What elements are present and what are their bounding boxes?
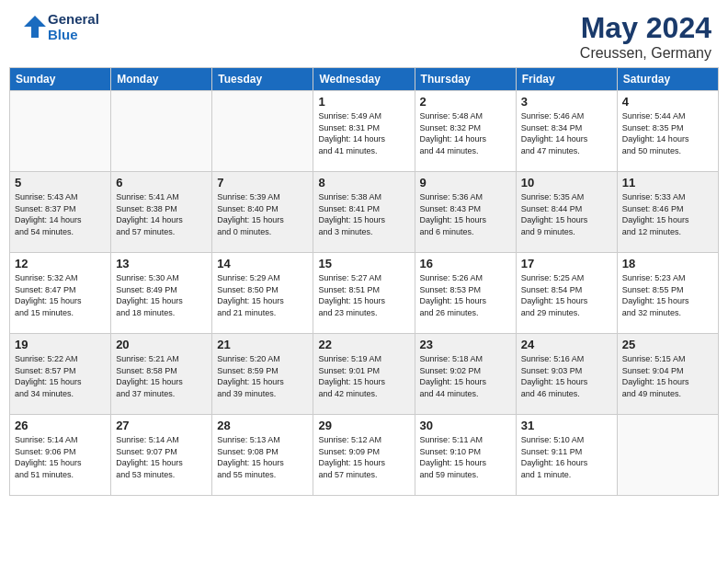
title-block: May 2024 Creussen, Germany	[580, 11, 711, 62]
calendar-cell: 14Sunrise: 5:29 AM Sunset: 8:50 PM Dayli…	[212, 253, 313, 334]
calendar-week-row: 12Sunrise: 5:32 AM Sunset: 8:47 PM Dayli…	[10, 253, 719, 334]
calendar-cell: 18Sunrise: 5:23 AM Sunset: 8:55 PM Dayli…	[617, 253, 718, 334]
day-info: Sunrise: 5:33 AM Sunset: 8:46 PM Dayligh…	[622, 191, 713, 237]
day-info: Sunrise: 5:32 AM Sunset: 8:47 PM Dayligh…	[15, 272, 106, 318]
calendar-cell: 30Sunrise: 5:11 AM Sunset: 9:10 PM Dayli…	[415, 415, 516, 496]
day-number: 15	[318, 257, 409, 270]
day-info: Sunrise: 5:35 AM Sunset: 8:44 PM Dayligh…	[521, 191, 612, 237]
day-number: 29	[318, 419, 409, 432]
day-info: Sunrise: 5:11 AM Sunset: 9:10 PM Dayligh…	[420, 434, 511, 480]
day-header-saturday: Saturday	[617, 68, 718, 91]
day-header-thursday: Thursday	[415, 68, 516, 91]
calendar-cell: 7Sunrise: 5:39 AM Sunset: 8:40 PM Daylig…	[212, 172, 313, 253]
day-header-friday: Friday	[516, 68, 617, 91]
day-number: 26	[15, 419, 106, 432]
calendar-cell: 31Sunrise: 5:10 AM Sunset: 9:11 PM Dayli…	[516, 415, 617, 496]
day-number: 20	[116, 338, 207, 351]
calendar-cell: 11Sunrise: 5:33 AM Sunset: 8:46 PM Dayli…	[617, 172, 718, 253]
day-info: Sunrise: 5:26 AM Sunset: 8:53 PM Dayligh…	[420, 272, 511, 318]
day-number: 6	[116, 176, 207, 190]
calendar-cell: 28Sunrise: 5:13 AM Sunset: 9:08 PM Dayli…	[212, 415, 313, 496]
day-number: 8	[318, 176, 409, 190]
day-number: 4	[622, 95, 713, 109]
calendar-cell	[212, 91, 313, 172]
svg-marker-0	[24, 16, 46, 38]
day-info: Sunrise: 5:21 AM Sunset: 8:58 PM Dayligh…	[116, 353, 207, 399]
day-info: Sunrise: 5:20 AM Sunset: 8:59 PM Dayligh…	[217, 353, 308, 399]
day-info: Sunrise: 5:16 AM Sunset: 9:03 PM Dayligh…	[521, 353, 612, 399]
day-number: 11	[622, 176, 713, 190]
calendar-cell: 17Sunrise: 5:25 AM Sunset: 8:54 PM Dayli…	[516, 253, 617, 334]
day-header-wednesday: Wednesday	[313, 68, 415, 91]
day-number: 22	[318, 338, 409, 351]
day-info: Sunrise: 5:39 AM Sunset: 8:40 PM Dayligh…	[217, 191, 308, 237]
day-header-monday: Monday	[111, 68, 212, 91]
calendar-cell	[617, 415, 718, 496]
calendar-cell: 21Sunrise: 5:20 AM Sunset: 8:59 PM Dayli…	[212, 334, 313, 415]
calendar-cell: 24Sunrise: 5:16 AM Sunset: 9:03 PM Dayli…	[516, 334, 617, 415]
day-info: Sunrise: 5:36 AM Sunset: 8:43 PM Dayligh…	[420, 191, 511, 237]
day-info: Sunrise: 5:12 AM Sunset: 9:09 PM Dayligh…	[318, 434, 409, 480]
day-number: 21	[217, 338, 308, 351]
calendar-cell: 8Sunrise: 5:38 AM Sunset: 8:41 PM Daylig…	[313, 172, 415, 253]
calendar-cell: 20Sunrise: 5:21 AM Sunset: 8:58 PM Dayli…	[111, 334, 212, 415]
day-number: 24	[521, 338, 612, 351]
day-number: 17	[521, 257, 612, 270]
day-number: 30	[420, 419, 511, 432]
day-info: Sunrise: 5:44 AM Sunset: 8:35 PM Dayligh…	[622, 110, 713, 156]
day-info: Sunrise: 5:25 AM Sunset: 8:54 PM Dayligh…	[521, 272, 612, 318]
calendar-cell: 29Sunrise: 5:12 AM Sunset: 9:09 PM Dayli…	[313, 415, 415, 496]
calendar-cell: 23Sunrise: 5:18 AM Sunset: 9:02 PM Dayli…	[415, 334, 516, 415]
day-info: Sunrise: 5:41 AM Sunset: 8:38 PM Dayligh…	[116, 191, 207, 237]
day-header-tuesday: Tuesday	[212, 68, 313, 91]
calendar-cell: 2Sunrise: 5:48 AM Sunset: 8:32 PM Daylig…	[415, 91, 516, 172]
calendar-title: May 2024	[580, 11, 711, 45]
day-info: Sunrise: 5:14 AM Sunset: 9:07 PM Dayligh…	[116, 434, 207, 480]
day-info: Sunrise: 5:43 AM Sunset: 8:37 PM Dayligh…	[15, 191, 106, 237]
day-number: 2	[420, 95, 511, 109]
day-number: 5	[15, 176, 106, 190]
day-number: 14	[217, 257, 308, 270]
calendar-cell: 9Sunrise: 5:36 AM Sunset: 8:43 PM Daylig…	[415, 172, 516, 253]
day-number: 31	[521, 419, 612, 432]
calendar-week-row: 19Sunrise: 5:22 AM Sunset: 8:57 PM Dayli…	[10, 334, 719, 415]
day-info: Sunrise: 5:19 AM Sunset: 9:01 PM Dayligh…	[318, 353, 409, 399]
day-number: 28	[217, 419, 308, 432]
day-number: 19	[15, 338, 106, 351]
day-info: Sunrise: 5:22 AM Sunset: 8:57 PM Dayligh…	[15, 353, 106, 399]
day-info: Sunrise: 5:18 AM Sunset: 9:02 PM Dayligh…	[420, 353, 511, 399]
calendar-cell: 1Sunrise: 5:49 AM Sunset: 8:31 PM Daylig…	[313, 91, 415, 172]
calendar-cell: 4Sunrise: 5:44 AM Sunset: 8:35 PM Daylig…	[617, 91, 718, 172]
calendar-cell: 3Sunrise: 5:46 AM Sunset: 8:34 PM Daylig…	[516, 91, 617, 172]
logo-bird-icon	[17, 12, 46, 41]
calendar-week-row: 26Sunrise: 5:14 AM Sunset: 9:06 PM Dayli…	[10, 415, 719, 496]
day-info: Sunrise: 5:14 AM Sunset: 9:06 PM Dayligh…	[15, 434, 106, 480]
day-info: Sunrise: 5:30 AM Sunset: 8:49 PM Dayligh…	[116, 272, 207, 318]
day-number: 10	[521, 176, 612, 190]
calendar-cell	[111, 91, 212, 172]
day-number: 1	[318, 95, 409, 109]
logo: General Blue	[17, 11, 99, 43]
calendar-cell: 16Sunrise: 5:26 AM Sunset: 8:53 PM Dayli…	[415, 253, 516, 334]
calendar-cell: 22Sunrise: 5:19 AM Sunset: 9:01 PM Dayli…	[313, 334, 415, 415]
day-number: 3	[521, 95, 612, 109]
day-number: 7	[217, 176, 308, 190]
calendar-week-row: 5Sunrise: 5:43 AM Sunset: 8:37 PM Daylig…	[10, 172, 719, 253]
day-info: Sunrise: 5:38 AM Sunset: 8:41 PM Dayligh…	[318, 191, 409, 237]
day-number: 12	[15, 257, 106, 270]
day-info: Sunrise: 5:27 AM Sunset: 8:51 PM Dayligh…	[318, 272, 409, 318]
day-info: Sunrise: 5:46 AM Sunset: 8:34 PM Dayligh…	[521, 110, 612, 156]
day-number: 25	[622, 338, 713, 351]
day-number: 9	[420, 176, 511, 190]
day-info: Sunrise: 5:49 AM Sunset: 8:31 PM Dayligh…	[318, 110, 409, 156]
day-number: 18	[622, 257, 713, 270]
logo-text-general: General	[48, 11, 99, 27]
day-header-sunday: Sunday	[10, 68, 111, 91]
calendar-week-row: 1Sunrise: 5:49 AM Sunset: 8:31 PM Daylig…	[10, 91, 719, 172]
day-info: Sunrise: 5:10 AM Sunset: 9:11 PM Dayligh…	[521, 434, 612, 480]
calendar-header-row: SundayMondayTuesdayWednesdayThursdayFrid…	[10, 68, 719, 91]
calendar-cell: 27Sunrise: 5:14 AM Sunset: 9:07 PM Dayli…	[111, 415, 212, 496]
day-number: 23	[420, 338, 511, 351]
calendar-cell: 25Sunrise: 5:15 AM Sunset: 9:04 PM Dayli…	[617, 334, 718, 415]
day-info: Sunrise: 5:15 AM Sunset: 9:04 PM Dayligh…	[622, 353, 713, 399]
